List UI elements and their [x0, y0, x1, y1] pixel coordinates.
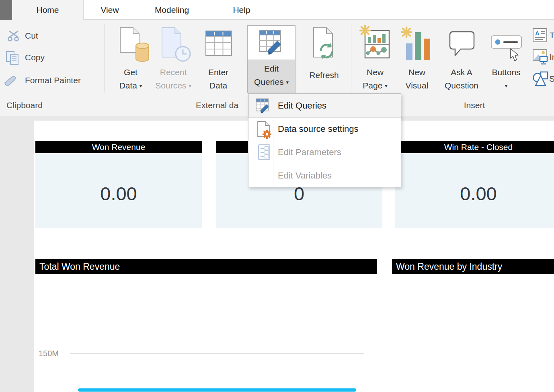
enter-data-label-1: Enter — [208, 68, 228, 77]
buttons-label: Buttons — [492, 68, 520, 77]
dropdown-caret: ▾ — [505, 83, 508, 89]
copy-button[interactable]: Copy — [6, 51, 102, 65]
shapes-label: S — [549, 74, 554, 84]
external-data-group-label: External da — [196, 101, 248, 110]
text-box-label: T — [550, 31, 554, 40]
recent-sources-button[interactable]: Recent Sources ▾ — [150, 24, 196, 93]
speech-bubble-icon — [449, 31, 475, 59]
chart-title: Won Revenue by Industry — [392, 259, 554, 274]
ask-a-question-label-2: Question — [445, 81, 478, 90]
new-page-icon — [359, 25, 392, 61]
image-button[interactable]: Im — [533, 49, 554, 67]
data-source-settings-menu-icon — [257, 121, 272, 139]
refresh-icon — [313, 27, 340, 64]
text-box-icon: A — [533, 28, 547, 43]
chart-total-won-revenue[interactable]: Total Won Revenue 150M — [35, 259, 377, 392]
tab-help[interactable]: Help — [207, 0, 276, 20]
image-icon — [533, 49, 548, 65]
svg-text:A: A — [535, 30, 540, 37]
card-win-rate-closed[interactable]: Win Rate - Closed 0.00 — [395, 141, 554, 228]
shapes-icon — [532, 71, 549, 87]
card-value: 0.00 — [395, 181, 554, 206]
group-separator — [299, 24, 299, 92]
window-control-square — [0, 0, 12, 20]
edit-queries-ribbon-button[interactable]: Edit Queries ▾ — [247, 25, 295, 93]
menu-item-edit-parameters[interactable]: Edit Parameters — [249, 141, 401, 164]
get-data-label-2: Data — [119, 81, 137, 90]
canvas-surround — [0, 116, 34, 392]
paintbrush-icon — [4, 75, 21, 86]
clipboard-group-label: Clipboard — [6, 101, 43, 110]
tab-view[interactable]: View — [84, 0, 136, 20]
edit-queries-menu-icon — [256, 99, 272, 114]
refresh-button[interactable]: Refresh — [307, 24, 341, 93]
buttons-icon — [491, 35, 522, 49]
scissors-icon — [7, 30, 20, 41]
ask-a-question-button[interactable]: Ask A Question — [441, 24, 482, 93]
menu-item-edit-variables[interactable]: Edit Variables — [249, 164, 401, 187]
card-won-revenue[interactable]: Won Revenue 0.00 — [35, 141, 202, 228]
edit-queries-label-1: Edit — [264, 64, 279, 73]
get-data-button[interactable]: Get Data ▾ — [113, 24, 148, 93]
image-label: Im — [550, 52, 554, 62]
ask-a-question-label-1: Ask A — [451, 68, 472, 77]
dropdown-caret: ▾ — [140, 83, 142, 89]
new-page-label-2: Page — [363, 81, 382, 90]
card-title: Won Revenue — [35, 141, 202, 153]
menu-item-label: Edit Variables — [278, 170, 332, 181]
new-visual-button[interactable]: New Visual — [400, 24, 434, 93]
card-title: Win Rate - Closed — [395, 141, 554, 153]
enter-data-button[interactable]: Enter Data — [201, 24, 236, 93]
shapes-button[interactable]: S — [532, 71, 554, 88]
refresh-label: Refresh — [309, 70, 339, 80]
edit-queries-dropdown-menu: Edit Queries Data source settings — [248, 93, 401, 187]
recent-sources-label-1: Recent — [160, 68, 187, 77]
format-painter-label: Format Painter — [25, 76, 81, 85]
recent-sources-label-2: Sources — [155, 81, 186, 90]
menu-item-label: Data source settings — [278, 124, 359, 134]
menu-item-label: Edit Parameters — [278, 147, 341, 157]
copy-icon — [6, 51, 20, 65]
chart-won-revenue-by-industry[interactable]: Won Revenue by Industry — [392, 259, 554, 392]
dropdown-caret: ▾ — [189, 83, 191, 89]
mouse-cursor — [510, 48, 520, 62]
dropdown-caret: ▾ — [385, 83, 388, 89]
edit-queries-label-2: Queries — [254, 77, 284, 86]
menu-item-label: Edit Queries — [278, 101, 326, 111]
card-value: 0.00 — [35, 181, 202, 206]
cut-button[interactable]: Cut — [6, 30, 103, 43]
tab-modeling[interactable]: Modeling — [137, 0, 207, 20]
group-separator — [351, 24, 351, 92]
get-data-label-1: Get — [124, 68, 137, 77]
new-page-label-1: New — [367, 68, 384, 77]
copy-label: Copy — [25, 53, 45, 62]
new-visual-icon — [401, 26, 433, 61]
edit-queries-dropdown-part[interactable]: Edit Queries ▾ — [248, 60, 295, 93]
edit-queries-icon — [259, 30, 285, 58]
enter-data-label-2: Data — [209, 81, 227, 90]
y-axis-tick: 150M — [39, 349, 59, 358]
enter-data-table-icon — [205, 31, 232, 56]
edit-parameters-menu-icon — [258, 144, 271, 160]
new-visual-label-2: Visual — [406, 81, 429, 90]
dropdown-caret: ▾ — [286, 79, 289, 85]
chart-title: Total Won Revenue — [35, 259, 377, 274]
cut-label: Cut — [25, 31, 38, 41]
group-separator — [104, 24, 105, 92]
gridline — [70, 353, 364, 354]
format-painter-button[interactable]: Format Painter — [4, 74, 125, 87]
line-series — [78, 388, 356, 392]
recent-sources-icon — [162, 27, 191, 64]
get-data-icon — [120, 27, 150, 64]
new-page-button[interactable]: New Page ▾ — [358, 24, 392, 93]
text-box-button[interactable]: A T — [533, 28, 554, 44]
insert-group-label: Insert — [454, 101, 494, 110]
new-visual-label-1: New — [408, 68, 425, 77]
powerbi-window: Home View Modeling Help Cut Copy Format … — [0, 0, 554, 392]
tab-home[interactable]: Home — [12, 0, 84, 20]
